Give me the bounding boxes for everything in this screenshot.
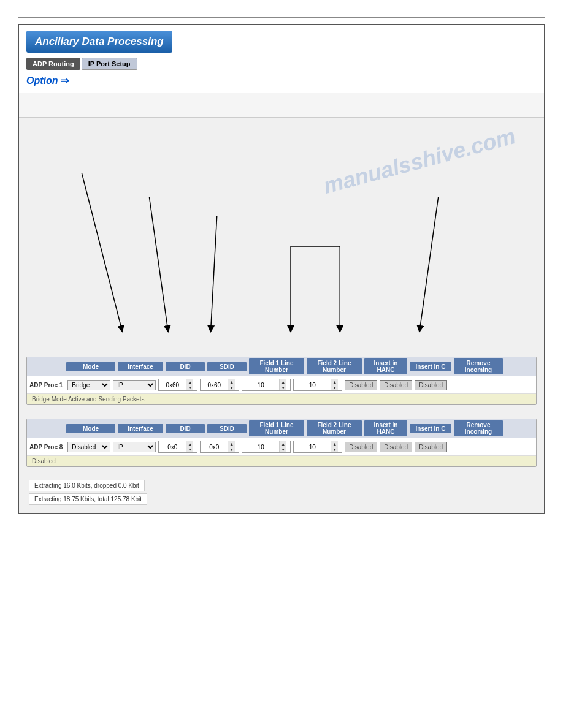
proc1-field1-up[interactable]: ▲ <box>280 379 286 385</box>
proc1-col-sdid: SDID <box>207 362 247 371</box>
proc1-did-arrows: ▲ ▼ <box>186 379 193 390</box>
proc1-block: Mode Interface DID SDID Field 1 Line Num… <box>26 357 537 405</box>
proc1-field2-field[interactable]: 10 <box>294 381 331 389</box>
outer-border: Ancillary Data Processing ADP Routing IP… <box>18 24 545 514</box>
bottom-rule <box>18 520 545 520</box>
proc8-col-mode: Mode <box>66 424 115 433</box>
header-right <box>215 25 544 93</box>
proc8-col-field2: Field 2 Line Number <box>307 420 362 436</box>
spacer <box>26 412 537 419</box>
proc1-did-field[interactable]: 0x60 <box>159 381 186 389</box>
proc1-label: ADP Proc 1 <box>29 382 65 389</box>
proc1-field2-up[interactable]: ▲ <box>331 379 338 385</box>
proc8-col-remove: Remove Incoming <box>454 420 503 436</box>
proc1-col-c: Insert in C <box>410 362 451 371</box>
proc1-sdid-up[interactable]: ▲ <box>228 379 235 385</box>
main-content: manualsshive.com <box>19 118 544 513</box>
option-icon: ⇒ <box>61 75 69 86</box>
proc8-remove-btn[interactable]: Disabled <box>415 442 447 452</box>
tab-adp-routing[interactable]: ADP Routing <box>26 58 80 70</box>
proc1-sdid-field[interactable]: 0x60 <box>201 381 228 389</box>
proc8-col-interface: Interface <box>118 424 163 433</box>
proc8-status: Disabled <box>27 455 536 466</box>
proc8-field1-arrows: ▲ ▼ <box>279 441 286 452</box>
proc1-field2-arrows: ▲ ▼ <box>331 379 338 390</box>
proc8-sdid-input[interactable]: 0x0 ▲ ▼ <box>200 441 239 453</box>
proc1-field1-field[interactable]: 10 <box>242 381 279 389</box>
proc1-col-did: DID <box>166 362 205 371</box>
option-label: Option <box>26 75 58 86</box>
proc1-did-up[interactable]: ▲ <box>186 379 193 385</box>
proc8-col-c: Insert in C <box>410 424 451 433</box>
log-divider <box>29 476 534 476</box>
proc1-status: Bridge Mode Active and Sending Packets <box>27 393 536 404</box>
proc8-did-arrows: ▲ ▼ <box>186 441 193 452</box>
proc1-sdid-arrows: ▲ ▼ <box>228 379 235 390</box>
proc1-sdid-input[interactable]: 0x60 ▲ ▼ <box>200 379 239 391</box>
proc1-did-down[interactable]: ▼ <box>186 385 193 390</box>
watermark: manualsshive.com <box>321 123 518 199</box>
proc8-interface-select[interactable]: IP <box>113 442 156 452</box>
proc1-remove-btn[interactable]: Disabled <box>415 380 447 390</box>
proc1-col-remove: Remove Incoming <box>454 358 503 374</box>
proc8-sdid-field[interactable]: 0x0 <box>201 443 228 451</box>
proc1-c-btn[interactable]: Disabled <box>380 380 412 390</box>
proc1-field1-arrows: ▲ ▼ <box>279 379 286 390</box>
proc8-field1-field[interactable]: 10 <box>242 443 279 451</box>
arrow-diagram: manualsshive.com <box>26 124 537 357</box>
proc8-field2-arrows: ▲ ▼ <box>331 441 338 452</box>
proc1-col-field1: Field 1 Line Number <box>249 358 304 374</box>
proc1-mode-select[interactable]: Bridge <box>67 380 110 390</box>
proc1-col-interface: Interface <box>118 362 163 371</box>
proc1-did-input[interactable]: 0x60 ▲ ▼ <box>158 379 197 391</box>
proc8-sdid-up[interactable]: ▲ <box>228 441 235 447</box>
proc8-label: ADP Proc 8 <box>29 444 65 450</box>
proc1-col-field2: Field 2 Line Number <box>307 358 362 374</box>
proc8-field2-up[interactable]: ▲ <box>331 441 338 447</box>
header-panel: Ancillary Data Processing ADP Routing IP… <box>19 25 544 93</box>
proc8-col-did: DID <box>166 424 205 433</box>
tab-ip-port-setup[interactable]: IP Port Setup <box>82 58 137 70</box>
top-rule <box>18 17 545 18</box>
proc1-field2-down[interactable]: ▼ <box>331 385 338 390</box>
proc1-field1-input[interactable]: 10 ▲ ▼ <box>242 379 291 391</box>
tabs-row: ADP Routing IP Port Setup <box>26 58 207 70</box>
proc8-data-row: ADP Proc 8 Disabled IP 0x0 ▲ ▼ <box>27 438 536 455</box>
proc8-did-down[interactable]: ▼ <box>186 447 193 452</box>
svg-line-1 <box>149 197 167 329</box>
page-wrapper: Ancillary Data Processing ADP Routing IP… <box>0 0 563 728</box>
proc8-mode-select[interactable]: Disabled <box>67 442 110 452</box>
proc8-did-input[interactable]: 0x0 ▲ ▼ <box>158 441 197 453</box>
svg-line-2 <box>211 216 217 329</box>
desc-strip <box>19 93 544 118</box>
proc8-hanc-btn[interactable]: Disabled <box>345 442 377 452</box>
proc8-sdid-down[interactable]: ▼ <box>228 447 235 452</box>
option-row: Option ⇒ <box>26 75 207 86</box>
log-area: Extracting 16.0 Kbits, dropped 0.0 Kbit … <box>26 476 537 507</box>
proc1-field1-down[interactable]: ▼ <box>280 385 286 390</box>
svg-line-6 <box>420 197 439 329</box>
proc8-field1-up[interactable]: ▲ <box>280 441 286 447</box>
proc8-field1-input[interactable]: 10 ▲ ▼ <box>242 441 291 453</box>
proc8-c-btn[interactable]: Disabled <box>380 442 412 452</box>
proc8-field1-down[interactable]: ▼ <box>280 447 286 452</box>
proc8-block: Mode Interface DID SDID Field 1 Line Num… <box>26 419 537 467</box>
proc8-col-sdid: SDID <box>207 424 247 433</box>
log-entry-1: Extracting 18.75 Kbits, total 125.78 Kbi… <box>29 493 147 505</box>
proc8-field2-input[interactable]: 10 ▲ ▼ <box>293 441 342 453</box>
proc8-field2-field[interactable]: 10 <box>294 443 331 451</box>
proc1-interface-select[interactable]: IP <box>113 380 156 390</box>
proc8-col-field1: Field 1 Line Number <box>249 420 304 436</box>
proc8-col-hanc: Insert in HANC <box>364 420 407 436</box>
app-title: Ancillary Data Processing <box>26 31 172 53</box>
proc1-sdid-down[interactable]: ▼ <box>228 385 235 390</box>
proc1-field2-input[interactable]: 10 ▲ ▼ <box>293 379 342 391</box>
proc1-data-row: ADP Proc 1 Bridge IP 0x60 ▲ ▼ <box>27 376 536 393</box>
proc8-field2-down[interactable]: ▼ <box>331 447 338 452</box>
proc1-col-hanc: Insert in HANC <box>364 358 407 374</box>
proc8-did-up[interactable]: ▲ <box>186 441 193 447</box>
svg-line-0 <box>82 173 121 329</box>
arrows-svg <box>26 124 537 357</box>
proc1-hanc-btn[interactable]: Disabled <box>345 380 377 390</box>
proc8-did-field[interactable]: 0x0 <box>159 443 186 451</box>
